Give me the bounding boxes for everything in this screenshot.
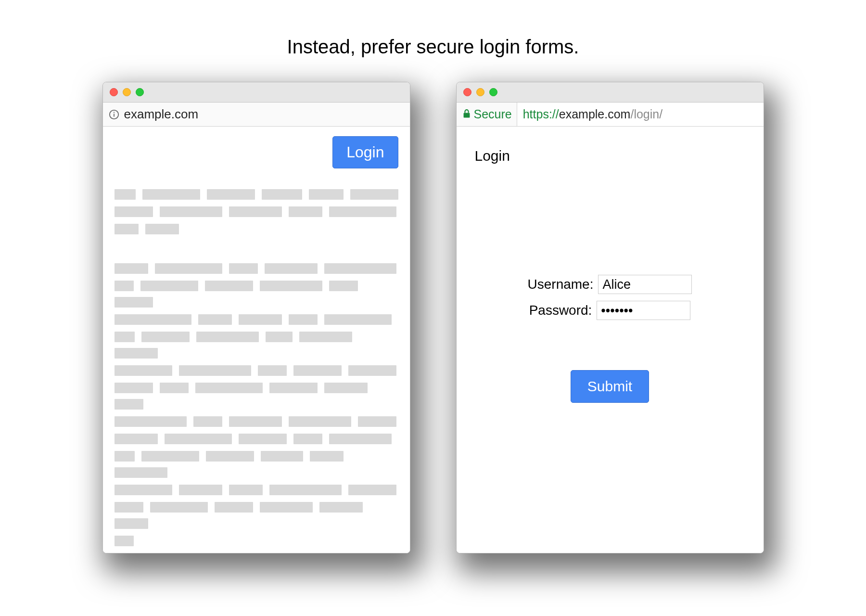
caption: Instead, prefer secure login forms. xyxy=(287,36,579,58)
address-url: https://example.com/login/ xyxy=(517,103,764,126)
window-titlebar xyxy=(103,82,410,103)
lock-icon xyxy=(462,107,474,121)
window-titlebar xyxy=(457,82,764,103)
info-icon xyxy=(109,109,119,120)
browser-window-insecure: example.com Login xyxy=(102,82,410,553)
login-form: Username: Password: Submit xyxy=(468,275,752,403)
url-path: /login/ xyxy=(630,107,662,121)
address-url: example.com xyxy=(124,107,199,122)
password-input[interactable] xyxy=(597,301,690,320)
svg-point-2 xyxy=(113,112,114,113)
secure-label: Secure xyxy=(474,107,512,121)
browser-window-secure: Secure https://example.com/login/ Login … xyxy=(456,82,764,553)
secure-badge: Secure xyxy=(462,107,517,121)
window-maximize-icon[interactable] xyxy=(136,88,144,96)
window-close-icon[interactable] xyxy=(463,88,471,96)
url-host: example.com xyxy=(559,107,631,121)
login-heading: Login xyxy=(475,148,752,164)
username-input[interactable] xyxy=(598,275,692,294)
login-button[interactable]: Login xyxy=(332,136,398,168)
username-label: Username: xyxy=(528,277,594,292)
placeholder-text xyxy=(115,189,398,546)
address-bar[interactable]: example.com xyxy=(103,103,410,127)
window-minimize-icon[interactable] xyxy=(123,88,131,96)
svg-rect-3 xyxy=(463,113,470,118)
address-bar[interactable]: Secure https://example.com/login/ xyxy=(457,103,764,127)
page-content: Login Username: Password: Submit xyxy=(457,127,764,553)
url-scheme: https:// xyxy=(523,107,559,121)
window-maximize-icon[interactable] xyxy=(489,88,497,96)
window-close-icon[interactable] xyxy=(110,88,118,96)
password-label: Password: xyxy=(529,303,592,318)
submit-button[interactable]: Submit xyxy=(571,370,649,403)
window-minimize-icon[interactable] xyxy=(476,88,484,96)
page-content: Login xyxy=(103,127,410,553)
